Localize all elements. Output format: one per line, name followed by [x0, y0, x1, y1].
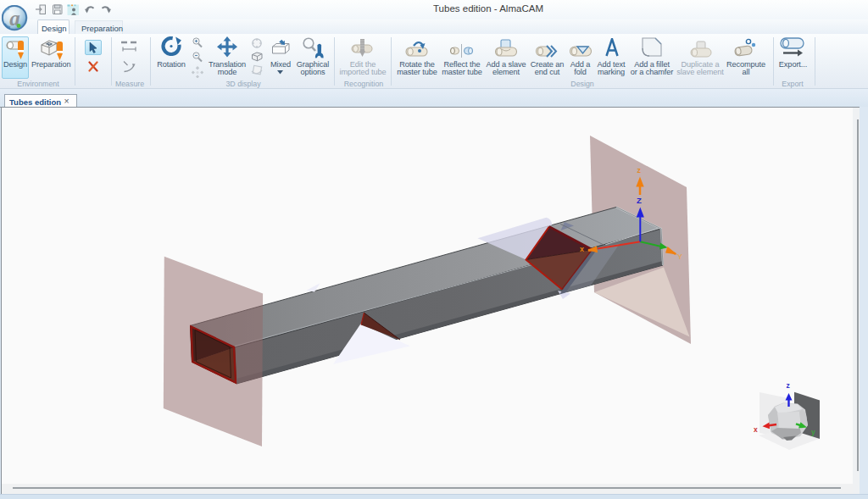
- svg-text:x: x: [754, 425, 758, 434]
- svg-text:z: z: [637, 166, 642, 175]
- svg-text:Y: Y: [677, 252, 682, 261]
- svg-text:Z: Z: [637, 196, 642, 205]
- svg-text:y: y: [811, 428, 815, 436]
- svg-text:x: x: [580, 245, 584, 253]
- svg-text:z: z: [787, 381, 790, 390]
